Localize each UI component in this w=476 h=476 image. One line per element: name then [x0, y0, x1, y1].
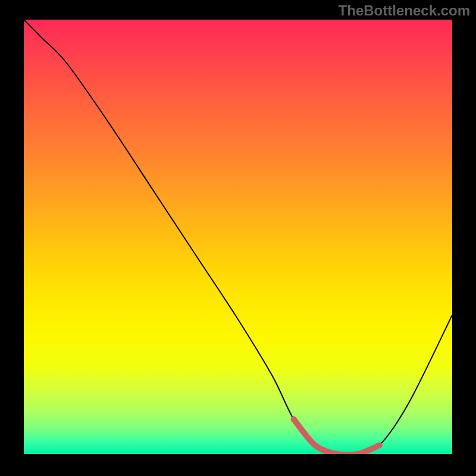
curve-svg — [24, 20, 452, 454]
plot-area — [24, 20, 452, 454]
watermark-text: TheBottleneck.com — [339, 2, 470, 19]
optimal-zone-highlight — [294, 419, 380, 454]
bottleneck-curve — [24, 20, 452, 454]
chart-container: TheBottleneck.com — [0, 0, 476, 476]
